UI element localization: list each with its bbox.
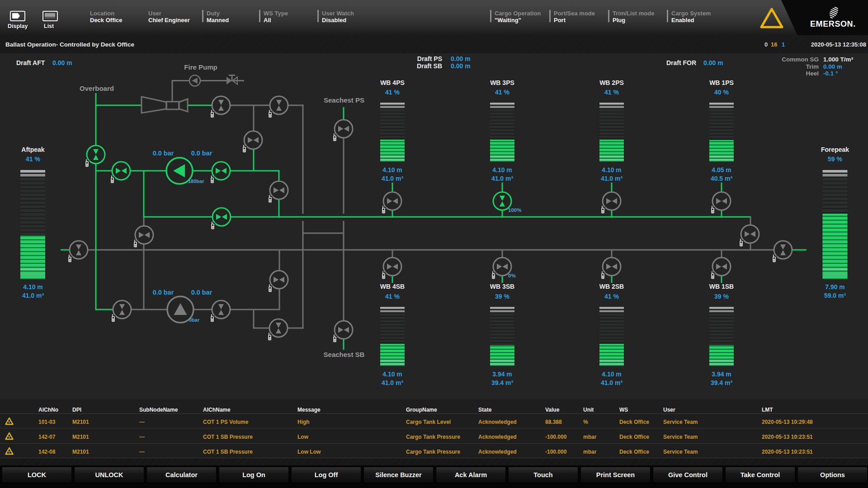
svg-text:Draft AFT: Draft AFT: [16, 59, 45, 66]
svg-text:0.00 m: 0.00 m: [823, 63, 842, 70]
svg-text:41 %: 41 %: [385, 89, 400, 96]
svg-text:Fire Pump: Fire Pump: [184, 63, 217, 71]
svg-text:59 %: 59 %: [828, 155, 842, 163]
svg-text:39 %: 39 %: [495, 293, 509, 300]
svg-text:41 %: 41 %: [604, 89, 619, 96]
svg-text:41.0 m³: 41.0 m³: [601, 379, 623, 386]
svg-text:-0.1 °: -0.1 °: [823, 70, 838, 77]
svg-text:0%: 0%: [508, 273, 516, 278]
svg-text:41 %: 41 %: [26, 155, 40, 163]
svg-text:WB 4SB: WB 4SB: [380, 283, 405, 290]
svg-text:41 %: 41 %: [385, 293, 400, 300]
svg-text:41.0 m³: 41.0 m³: [22, 292, 44, 299]
svg-text:1.000 T/m³: 1.000 T/m³: [823, 56, 854, 63]
svg-text:3.94 m: 3.94 m: [712, 371, 731, 378]
svg-text:0.00 m: 0.00 m: [451, 62, 471, 70]
svg-text:4.10 m: 4.10 m: [23, 283, 43, 291]
svg-text:Overboard: Overboard: [80, 84, 114, 92]
svg-text:WB 1SB: WB 1SB: [709, 283, 734, 290]
svg-text:4.10 m: 4.10 m: [382, 166, 402, 174]
svg-text:7.90 m: 7.90 m: [825, 283, 845, 291]
svg-text:39 %: 39 %: [714, 293, 729, 300]
svg-text:0.0 bar: 0.0 bar: [153, 150, 174, 157]
svg-text:0.00 m: 0.00 m: [451, 55, 471, 62]
svg-text:4.05 m: 4.05 m: [712, 166, 731, 174]
svg-text:41 %: 41 %: [495, 89, 509, 96]
svg-text:Seachest SB: Seachest SB: [324, 351, 365, 358]
svg-text:Heel: Heel: [806, 70, 819, 77]
svg-text:41.0 m³: 41.0 m³: [491, 175, 514, 182]
svg-text:0.0 bar: 0.0 bar: [191, 150, 212, 157]
svg-text:41 %: 41 %: [604, 293, 619, 300]
svg-text:Draft PS: Draft PS: [417, 55, 442, 62]
svg-text:WB 3SB: WB 3SB: [490, 283, 514, 290]
svg-text:41.0 m³: 41.0 m³: [382, 175, 404, 182]
svg-text:4.10 m: 4.10 m: [382, 371, 402, 378]
svg-text:Forepeak: Forepeak: [821, 146, 849, 153]
svg-text:Common SG: Common SG: [782, 56, 819, 63]
svg-text:0bar: 0bar: [189, 317, 200, 323]
svg-text:4.10 m: 4.10 m: [492, 166, 512, 174]
svg-text:39.4 m³: 39.4 m³: [711, 379, 733, 386]
svg-text:Aftpeak: Aftpeak: [21, 146, 45, 153]
svg-text:41.0 m³: 41.0 m³: [382, 379, 404, 386]
svg-text:WB 4PS: WB 4PS: [380, 79, 405, 86]
svg-text:40.5 m³: 40.5 m³: [711, 175, 733, 182]
svg-text:0.0 bar: 0.0 bar: [191, 289, 212, 296]
svg-text:WB 1PS: WB 1PS: [709, 79, 734, 86]
svg-text:0.00 m: 0.00 m: [703, 59, 723, 66]
svg-text:Seachest PS: Seachest PS: [324, 96, 364, 104]
svg-text:3.94 m: 3.94 m: [492, 371, 512, 378]
svg-text:Draft SB: Draft SB: [417, 62, 442, 70]
svg-text:59.0 m³: 59.0 m³: [824, 292, 846, 299]
svg-text:WB 2SB: WB 2SB: [599, 283, 624, 290]
svg-text:WB 3PS: WB 3PS: [490, 79, 514, 86]
svg-text:4.10 m: 4.10 m: [602, 166, 622, 174]
svg-text:100%: 100%: [508, 207, 521, 213]
svg-text:Draft FOR: Draft FOR: [666, 59, 696, 66]
svg-text:4.10 m: 4.10 m: [602, 371, 622, 378]
svg-text:41.0 m³: 41.0 m³: [601, 175, 623, 182]
svg-text:0.0 bar: 0.0 bar: [153, 289, 174, 296]
svg-text:39.4 m³: 39.4 m³: [491, 379, 514, 386]
svg-text:WB 2PS: WB 2PS: [599, 79, 624, 86]
svg-text:180bar: 180bar: [188, 178, 204, 184]
svg-text:40 %: 40 %: [714, 89, 729, 96]
svg-text:Trim: Trim: [806, 63, 819, 70]
svg-text:0.00 m: 0.00 m: [52, 59, 72, 66]
